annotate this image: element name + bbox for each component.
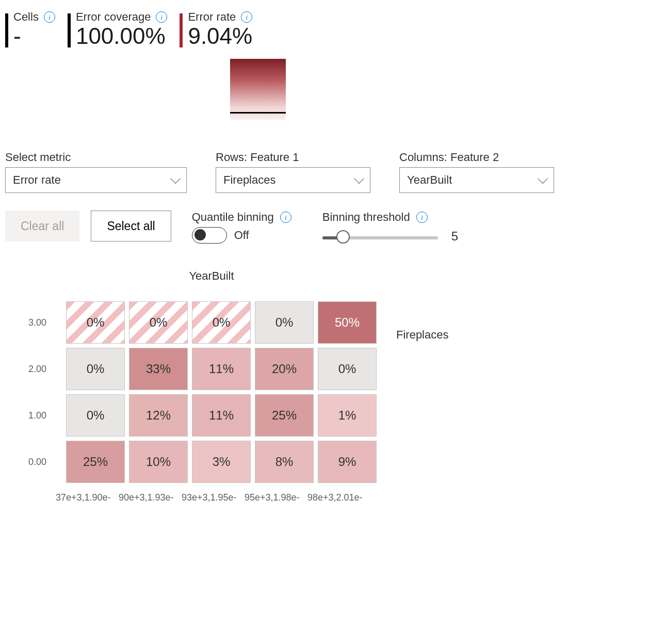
chevron-down-icon [354,173,364,184]
heatmap-cell[interactable]: 0% [255,301,314,344]
columns-label: Columns: Feature 2 [399,151,554,164]
heatmap-cell[interactable]: 20% [255,348,314,390]
stat-cells: Cells i - [5,10,63,49]
slider-handle[interactable] [336,230,350,244]
chevron-down-icon [170,173,181,184]
heatmap-grid: 0%0%0%0%50%0%33%11%20%0%0%12%11%25%1%25%… [66,301,377,483]
info-icon[interactable]: i [241,11,252,23]
stat-coverage-label: Error coverage [76,10,151,24]
heatmap-cell[interactable]: 0% [318,348,377,390]
chevron-down-icon [538,173,548,184]
info-icon[interactable]: i [44,11,55,23]
toggle-state-text: Off [234,229,249,242]
heatmap-cell[interactable]: 25% [255,394,314,437]
slider-value: 5 [451,229,458,244]
stat-divider [68,13,71,47]
rows-dropdown[interactable]: Fireplaces [216,167,370,193]
heatmap-row-axis-title: Fireplaces [396,328,448,342]
heatmap-cell[interactable]: 1% [318,394,377,437]
columns-dropdown[interactable]: YearBuilt [399,167,554,193]
heatmap-cell[interactable]: 12% [129,394,188,437]
metric-dropdown-value: Error rate [13,173,61,187]
heatmap-cell[interactable]: 8% [255,441,314,483]
stat-error-rate: Error rate i 9.04% [180,10,261,49]
row-tick: 1.00 [10,394,46,437]
rows-dropdown-value: Fireplaces [223,173,275,187]
heatmap-cell[interactable]: 25% [66,441,125,483]
action-row: Clear all Select all Quantile binning i … [5,211,644,244]
heatmap-cell[interactable]: 11% [192,348,251,390]
stat-error-coverage: Error coverage i 100.00% [68,10,176,49]
heatmap-cell[interactable]: 33% [129,348,188,390]
color-scale-swatch [230,59,286,120]
row-tick: 2.00 [10,348,46,390]
col-tick: 90e+3,1.93e- [119,492,182,503]
metric-dropdown[interactable]: Error rate [5,167,187,193]
info-icon[interactable]: i [416,212,428,223]
heatmap-cell[interactable]: 9% [318,441,377,483]
col-tick: 93e+3,1.95e- [182,492,245,503]
col-ticks: 37e+3,1.90e-90e+3,1.93e-93e+3,1.95e-95e+… [56,492,644,503]
heatmap-cell[interactable]: 0% [192,301,251,344]
row-tick: 3.00 [10,301,46,344]
heatmap-cell[interactable]: 0% [66,348,125,390]
heatmap-cell[interactable]: 0% [66,301,125,344]
stat-rate-label: Error rate [188,10,236,24]
binning-threshold-slider[interactable] [322,236,438,239]
col-tick: 37e+3,1.90e- [56,492,119,503]
stat-divider [5,13,8,47]
col-tick: 95e+3,1.98e- [245,492,307,503]
col-tick: 98e+3,2.01e- [307,492,370,503]
quantile-binning-toggle[interactable] [192,227,227,244]
stat-cells-value: - [13,24,55,49]
heatmap-cell[interactable]: 10% [129,441,188,483]
heatmap-cell[interactable]: 50% [318,301,377,344]
binning-threshold-label: Binning threshold [322,211,410,224]
toggle-thumb [194,229,206,240]
heatmap-cell[interactable]: 0% [129,301,188,344]
clear-all-button: Clear all [5,211,79,242]
heatmap-col-axis-title: YearBuilt [62,269,361,283]
stat-rate-value: 9.04% [188,24,252,49]
rows-label: Rows: Feature 1 [216,151,370,164]
stats-row: Cells i - Error coverage i 100.00% Error… [5,10,644,49]
row-ticks: 3.002.001.000.00 [10,301,46,483]
heatmap: YearBuilt 3.002.001.000.00 0%0%0%0%50%0%… [10,269,644,503]
stat-cells-label: Cells [13,10,39,24]
heatmap-cell[interactable]: 3% [192,441,251,483]
heatmap-cell[interactable]: 11% [192,394,251,437]
heatmap-cell[interactable]: 0% [66,394,125,437]
info-icon[interactable]: i [156,11,167,23]
stat-divider [180,13,183,47]
stat-coverage-value: 100.00% [76,24,168,49]
row-tick: 0.00 [10,441,46,483]
columns-dropdown-value: YearBuilt [407,173,452,187]
dropdown-row: Select metric Error rate Rows: Feature 1… [5,151,644,193]
quantile-binning-label: Quantile binning [192,211,274,224]
info-icon[interactable]: i [280,212,291,223]
metric-label: Select metric [5,151,187,164]
select-all-button[interactable]: Select all [91,211,171,242]
